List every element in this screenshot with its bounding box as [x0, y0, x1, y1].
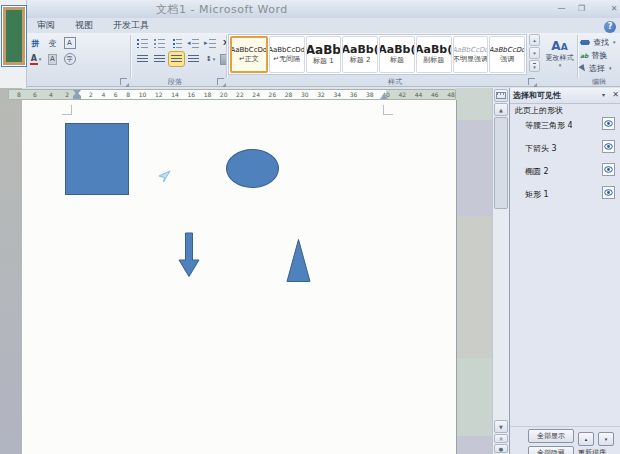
scrollbar-thumb[interactable]	[494, 117, 508, 209]
style-card-heading2[interactable]: AaBb( 标题 2	[342, 36, 378, 73]
numbered-list-icon	[154, 39, 165, 48]
eye-icon	[604, 143, 613, 150]
styles-group-label: 样式	[388, 77, 402, 87]
enclose-character-button[interactable]: 字	[62, 52, 77, 66]
select-cursor-icon	[579, 63, 588, 72]
binoculars-icon	[580, 39, 590, 46]
margin-corner-mark-left	[62, 105, 72, 115]
left-indent-marker[interactable]	[73, 96, 81, 99]
align-left-button[interactable]	[135, 52, 150, 66]
reorder-down-button[interactable]: ▾	[598, 432, 614, 446]
align-distributed-icon	[171, 55, 182, 64]
ruler-number: 4	[101, 91, 105, 99]
line-spacing-button[interactable]: ↕▾	[203, 52, 218, 66]
scroll-down-button[interactable]: ▼	[494, 420, 508, 433]
gallery-scroll-up-button[interactable]: ▴	[529, 34, 540, 46]
group-divider	[226, 35, 227, 78]
reorder-up-button[interactable]: ▴	[578, 432, 594, 446]
eye-visibility-button[interactable]	[602, 117, 615, 130]
shape-down-arrow[interactable]	[178, 232, 200, 278]
view-ruler-toggle-button[interactable]	[494, 89, 508, 102]
shape-list-item-down-arrow[interactable]: 下箭头 3	[510, 140, 620, 158]
pane-close-icon[interactable]: ✕	[612, 90, 619, 99]
character-border-button[interactable]: A	[62, 36, 77, 50]
align-right-button[interactable]	[186, 52, 201, 66]
shape-list-item-oval[interactable]: 椭圆 2	[510, 163, 620, 181]
ruler-number: 48	[447, 91, 455, 99]
help-icon[interactable]: ?	[604, 21, 616, 33]
increase-indent-icon	[205, 39, 216, 48]
increase-indent-button[interactable]	[203, 36, 218, 50]
document-background-left	[0, 88, 22, 454]
eye-visibility-button[interactable]	[602, 163, 615, 176]
ruler-icon	[496, 92, 506, 99]
select-browse-object-button[interactable]: ●	[494, 444, 508, 453]
gallery-scroll-down-button[interactable]: ▾	[529, 47, 540, 59]
shapes-on-page-label: 此页上的形状	[515, 105, 563, 116]
ruler-number: 24	[252, 91, 260, 99]
ruler-number: 20	[220, 91, 228, 99]
previous-page-button[interactable]: «	[494, 434, 508, 443]
change-case-button[interactable]: 变	[45, 36, 60, 50]
shape-list-item-triangle[interactable]: 等腰三角形 4	[510, 117, 620, 135]
hide-all-button[interactable]: 全部隐藏	[528, 446, 574, 454]
change-styles-icon: AA	[543, 35, 576, 54]
find-button[interactable]: 查找 ▾	[580, 36, 616, 48]
replace-button[interactable]: ab 替换	[580, 49, 607, 61]
tab-review[interactable]: 审阅	[30, 18, 62, 33]
bullets-button[interactable]	[135, 36, 150, 50]
ruler-number: 26	[269, 91, 277, 99]
ruler-number: 8	[17, 91, 21, 99]
pane-menu-chevron-icon[interactable]: ▾	[602, 91, 605, 98]
style-card-subtle-emphasis[interactable]: AaBbCcDd 不明显强调	[453, 36, 489, 73]
style-card-normal[interactable]: AaBbCcDd ↵正文	[230, 36, 268, 73]
shape-oval[interactable]	[226, 149, 279, 188]
close-button[interactable]: ✕	[604, 3, 620, 15]
select-button[interactable]: 选择 ▾	[580, 62, 612, 74]
gallery-more-button[interactable]: ▾	[529, 60, 540, 72]
style-card-title[interactable]: AaBb( 标题	[379, 36, 415, 73]
chevron-down-icon: ▾	[613, 39, 616, 45]
ruler-main-numbers: 2468101214161820222426283032343638404244…	[89, 91, 455, 99]
phonetic-guide-button[interactable]: 拼	[28, 36, 43, 50]
picture-thumbnail[interactable]	[1, 5, 27, 67]
align-center-button[interactable]	[152, 52, 167, 66]
style-card-no-spacing[interactable]: AaBbCcDd ↵无间隔	[269, 36, 305, 73]
paragraph-dialog-launcher-icon[interactable]	[217, 78, 224, 85]
vertical-scrollbar[interactable]: ▲ ▼ « ●	[492, 88, 509, 454]
character-shading-button[interactable]: A	[45, 52, 60, 66]
ruler-number: 2	[65, 91, 69, 99]
align-distributed-button[interactable]	[169, 52, 184, 66]
horizontal-ruler: 8642 24681012141618202224262830323436384…	[8, 89, 456, 100]
right-indent-marker[interactable]	[380, 94, 388, 99]
ruler-number: 32	[317, 91, 325, 99]
multilevel-list-button[interactable]	[169, 36, 184, 50]
ruler-number: 6	[114, 91, 118, 99]
styles-dialog-launcher-icon[interactable]	[528, 78, 535, 85]
style-card-subtitle[interactable]: AaBb( 副标题	[416, 36, 452, 73]
show-all-button[interactable]: 全部显示	[528, 429, 574, 443]
editing-group-label: 编辑	[592, 77, 606, 87]
style-card-heading1[interactable]: AaBb 标题 1	[306, 36, 342, 73]
eye-visibility-button[interactable]	[602, 140, 615, 153]
shape-rectangle[interactable]	[65, 123, 129, 195]
ruler-number: 6	[33, 91, 37, 99]
decrease-indent-button[interactable]	[186, 36, 201, 50]
shape-isosceles-triangle[interactable]	[286, 238, 311, 283]
numbering-button[interactable]	[152, 36, 167, 50]
eye-icon	[604, 189, 613, 196]
ruler-number: 34	[334, 91, 342, 99]
ruler-number: 4	[49, 91, 53, 99]
scroll-up-button[interactable]: ▲	[494, 103, 508, 116]
change-styles-button[interactable]: AA 更改样式 ▾	[543, 35, 576, 68]
style-card-emphasis[interactable]: AaBbCcDd 强调	[489, 36, 525, 73]
tab-developer[interactable]: 开发工具	[106, 18, 156, 33]
tab-view[interactable]: 视图	[68, 18, 100, 33]
chevron-down-icon: ▾	[609, 65, 612, 71]
font-color-button[interactable]: A▾	[28, 52, 43, 66]
minimize-button[interactable]: —	[553, 3, 570, 15]
eye-visibility-button[interactable]	[602, 186, 615, 199]
restore-button[interactable]: ❐	[573, 3, 590, 15]
shape-list-item-rectangle[interactable]: 矩形 1	[510, 186, 620, 204]
font-dialog-launcher-icon[interactable]	[120, 78, 127, 85]
